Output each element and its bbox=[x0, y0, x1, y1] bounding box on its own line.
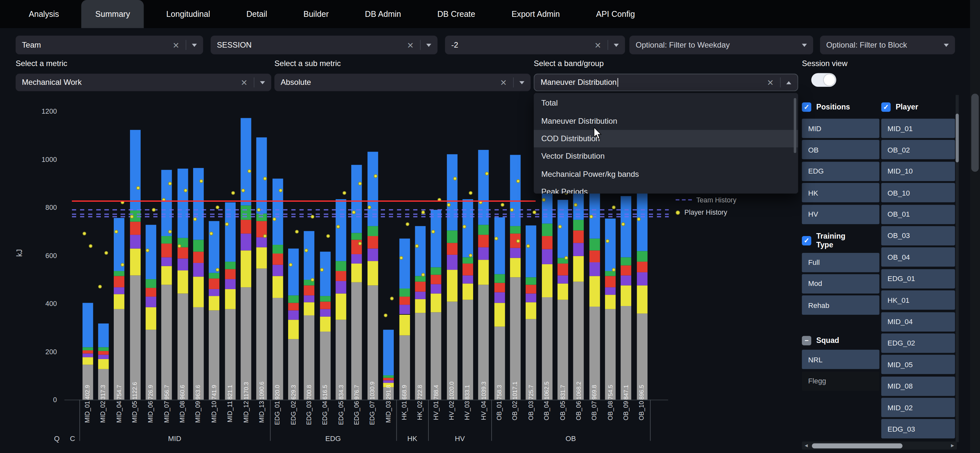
filter-item-ob-10[interactable]: OB_10 bbox=[881, 183, 955, 203]
menu-option-peak-periods[interactable]: Peak Periods bbox=[534, 183, 798, 194]
y-tick-label: 400 bbox=[24, 300, 57, 307]
checkbox-squad[interactable]: − bbox=[802, 336, 811, 345]
caret-down-icon[interactable] bbox=[260, 81, 265, 84]
tab-api-config[interactable]: API Config bbox=[582, 0, 649, 28]
menu-option-mechanical-power-kg-bands[interactable]: Mechanical Power/kg bands bbox=[534, 165, 798, 183]
filter-item-ob-04[interactable]: OB_04 bbox=[881, 247, 955, 267]
filter-item-edg-03[interactable]: EDG_03 bbox=[881, 419, 955, 439]
tab-builder[interactable]: Builder bbox=[290, 0, 342, 28]
tab-longitudinal[interactable]: Longitudinal bbox=[153, 0, 224, 28]
band-combobox[interactable]: Maneuver Distribution ✕ bbox=[534, 74, 798, 91]
player-history-dot bbox=[215, 268, 220, 272]
menu-option-maneuver-distribution[interactable]: Maneuver Distribution bbox=[534, 112, 798, 130]
menu-scrollbar-thumb[interactable] bbox=[794, 98, 796, 153]
bar-segment-green bbox=[225, 261, 235, 269]
scroll-right-icon[interactable]: ► bbox=[948, 443, 957, 448]
bar-segment-red bbox=[557, 264, 568, 276]
bar-player-label: MID_05 bbox=[131, 401, 139, 439]
group-label-ob: OB bbox=[565, 434, 576, 442]
horizontal-scrollbar-thumb[interactable] bbox=[812, 443, 902, 448]
filter-item-mid-10[interactable]: MID_10 bbox=[881, 162, 955, 181]
session-view-toggle[interactable] bbox=[811, 73, 836, 87]
filter-item-mid-02[interactable]: MID_02 bbox=[881, 398, 955, 417]
caret-down-icon[interactable] bbox=[614, 43, 619, 47]
bar-player-label: MID_13 bbox=[258, 401, 266, 439]
metric-select[interactable]: Mechanical Work ✕ bbox=[16, 74, 271, 91]
team-select[interactable]: Team ✕ bbox=[16, 36, 203, 54]
caret-up-icon[interactable] bbox=[786, 81, 791, 84]
filter-item-mod[interactable]: Mod bbox=[802, 274, 879, 294]
filter-item-mid-08[interactable]: MID_08 bbox=[881, 376, 955, 396]
filter-item-mid-04[interactable]: MID_04 bbox=[881, 312, 955, 331]
menu-option-vector-distribution[interactable]: Vector Distribution bbox=[534, 147, 798, 165]
player-history-dot bbox=[352, 210, 356, 214]
caret-down-icon[interactable] bbox=[802, 43, 807, 47]
filter-item-edg-02[interactable]: EDG_02 bbox=[881, 334, 955, 353]
bar-segment-red bbox=[463, 264, 473, 276]
bar-segment-yellow bbox=[605, 295, 616, 309]
player-list-scrollbar-thumb[interactable] bbox=[956, 114, 959, 162]
filter-item-mid-05[interactable]: MID_05 bbox=[881, 355, 955, 374]
submetric-select[interactable]: Absolute ✕ bbox=[275, 74, 531, 91]
filter-item-ob-02[interactable]: OB_02 bbox=[881, 140, 955, 160]
scroll-left-icon[interactable]: ◄ bbox=[802, 443, 810, 448]
tab-detail[interactable]: Detail bbox=[233, 0, 281, 28]
window-scrollbar-thumb[interactable] bbox=[971, 93, 979, 172]
player-history-dot bbox=[574, 203, 578, 207]
tab-db-admin[interactable]: DB Admin bbox=[351, 0, 415, 28]
filter-item-flegg[interactable]: Flegg bbox=[802, 371, 879, 391]
caret-down-icon[interactable] bbox=[944, 43, 948, 47]
y-tick-label: 0 bbox=[24, 396, 57, 404]
filter-item-rehab[interactable]: Rehab bbox=[802, 296, 879, 315]
tab-export-admin[interactable]: Export Admin bbox=[498, 0, 574, 28]
clear-icon[interactable]: ✕ bbox=[594, 40, 601, 49]
tab-summary[interactable]: Summary bbox=[82, 0, 144, 28]
filter-item-nrl[interactable]: NRL bbox=[802, 350, 879, 369]
clear-icon[interactable]: ✕ bbox=[407, 40, 414, 49]
weekday-filter-select[interactable]: Optional: Filter to Weekday bbox=[629, 36, 813, 54]
offset-select[interactable]: -2 ✕ bbox=[445, 36, 625, 54]
filter-item-edg[interactable]: EDG bbox=[802, 162, 879, 181]
bar-segment-green bbox=[161, 236, 172, 243]
bar-segment-green bbox=[399, 289, 410, 297]
player-history-dot bbox=[263, 234, 267, 238]
bar-value-label: 833.1 bbox=[464, 362, 471, 400]
filter-item-hv[interactable]: HV bbox=[802, 204, 879, 224]
menu-option-total[interactable]: Total bbox=[534, 94, 798, 112]
clear-icon[interactable]: ✕ bbox=[241, 78, 248, 87]
clear-icon[interactable]: ✕ bbox=[767, 78, 774, 87]
bar-segment-yellow bbox=[415, 299, 425, 313]
session-select[interactable]: SESSION ✕ bbox=[211, 36, 438, 54]
bar-value-label: 758.3 bbox=[496, 362, 503, 400]
caret-down-icon[interactable] bbox=[426, 43, 431, 47]
block-filter-select[interactable]: Optional: Filter to Block bbox=[820, 36, 955, 54]
menu-option-cod-distribution[interactable]: COD Distribution bbox=[534, 130, 798, 148]
filter-item-mid[interactable]: MID bbox=[802, 119, 879, 138]
checkbox-positions[interactable]: ✓ bbox=[802, 102, 811, 111]
bar-segment-purple bbox=[145, 296, 156, 307]
clear-icon[interactable]: ✕ bbox=[172, 40, 179, 49]
band-dropdown-menu: TotalManeuver DistributionCOD Distributi… bbox=[534, 93, 798, 194]
checkbox-player[interactable]: ✓ bbox=[881, 102, 891, 111]
filter-item-hk-01[interactable]: HK_01 bbox=[881, 290, 955, 310]
filter-item-ob[interactable]: OB bbox=[802, 140, 879, 160]
bar-segment-purple bbox=[605, 287, 616, 295]
bar-segment-green bbox=[193, 240, 204, 252]
filter-item-ob-03[interactable]: OB_03 bbox=[881, 226, 955, 246]
filter-item-full[interactable]: Full bbox=[802, 253, 879, 272]
checkbox-training-type[interactable]: ✓ bbox=[802, 236, 811, 246]
bar-player-label: MID_10 bbox=[211, 401, 218, 439]
filter-item-edg-01[interactable]: EDG_01 bbox=[881, 269, 955, 288]
filter-item-ob-01[interactable]: OB_01 bbox=[881, 204, 955, 224]
group-label-mid: MID bbox=[168, 434, 181, 442]
player-history-dot bbox=[336, 225, 340, 229]
filter-item-mid-01[interactable]: MID_01 bbox=[881, 119, 955, 138]
tab-db-create[interactable]: DB Create bbox=[423, 0, 489, 28]
tab-analysis[interactable]: Analysis bbox=[15, 0, 73, 28]
bar-segment-blue bbox=[225, 203, 235, 261]
bar-player-label: OB_07 bbox=[591, 401, 598, 439]
caret-down-icon[interactable] bbox=[192, 43, 197, 47]
caret-down-icon[interactable] bbox=[520, 81, 524, 84]
filter-item-hk[interactable]: HK bbox=[802, 183, 879, 203]
clear-icon[interactable]: ✕ bbox=[500, 78, 507, 87]
